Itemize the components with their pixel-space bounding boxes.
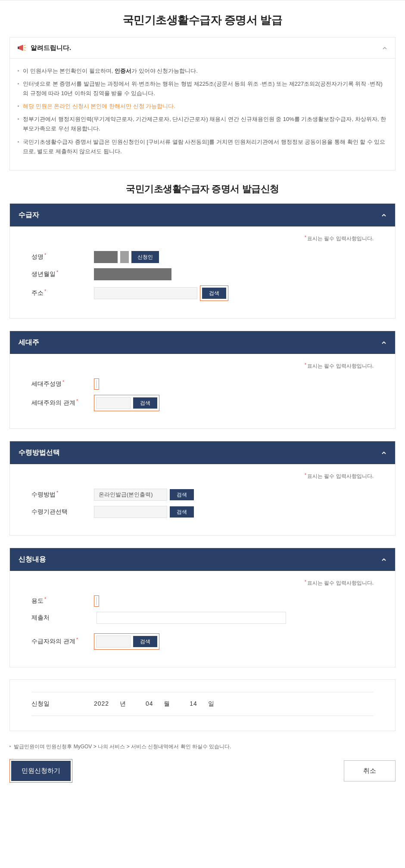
submit-button[interactable]: 민원신청하기: [11, 761, 71, 781]
recipient-relation-search-button[interactable]: 검색: [133, 636, 157, 647]
label-receive-method: 수령방법*: [31, 491, 94, 499]
section-recipient: 수급자 *표시는 필수 입력사항입니다. 성명* 신청인 생년월일* 주소*: [9, 203, 396, 319]
label-submit-to: 제출처: [31, 614, 94, 622]
chevron-up-icon: [381, 450, 386, 455]
address-input[interactable]: [94, 287, 197, 299]
section-header-receive[interactable]: 수령방법선택: [10, 441, 395, 464]
chevron-up-icon: [381, 212, 386, 217]
required-note: *표시는 필수 입력사항입니다.: [31, 580, 374, 587]
label-recipient-relation: 수급자와의 관계*: [31, 638, 94, 645]
label-birth: 생년월일*: [31, 270, 94, 278]
button-row: 민원신청하기 취소: [9, 759, 396, 783]
masked-value: [120, 251, 129, 263]
head-relation-input[interactable]: [96, 397, 131, 409]
section-title: 수급자: [19, 211, 381, 220]
masked-value: [94, 268, 171, 280]
notice-item: 이 민원사무는 본인확인이 필요하며, 인증서가 있어야 신청가능합니다.: [18, 66, 387, 76]
sub-title: 국민기초생활수급자 증명서 발급신청: [0, 179, 405, 203]
purpose-input[interactable]: [96, 597, 97, 605]
page-title: 국민기초생활수급자 증명서 발급: [0, 0, 405, 37]
chevron-up-icon: [381, 557, 386, 562]
required-note: *표시는 필수 입력사항입니다.: [31, 235, 374, 242]
notice-item: 인터넷으로 본 증명서를 발급받는 과정에서 위·변조하는 행위는 형법 제22…: [18, 79, 387, 98]
label-name: 성명*: [31, 253, 94, 261]
section-header-household[interactable]: 세대주: [10, 331, 395, 354]
chevron-up-icon: [381, 340, 386, 345]
receive-org-input[interactable]: [94, 506, 167, 518]
notice-title: 알려드립니다.: [31, 44, 382, 52]
cancel-button[interactable]: 취소: [344, 760, 396, 781]
section-household: 세대주 *표시는 필수 입력사항입니다. 세대주성명* 세대주와의 관계* 검색: [9, 331, 396, 429]
head-name-input[interactable]: [96, 380, 97, 388]
section-receive: 수령방법선택 *표시는 필수 입력사항입니다. 수령방법* 온라인발급(본인출력…: [9, 441, 396, 536]
section-title: 신청내용: [19, 555, 381, 564]
address-search-button[interactable]: 검색: [202, 288, 226, 299]
chevron-up-icon: [382, 45, 387, 50]
date-panel: 신청일 2022 년 04 월 14 일: [9, 679, 396, 731]
notice-item-highlight: 해당 민원은 온라인 신청시 본인에 한해서만 신청 가능합니다.: [18, 102, 387, 111]
required-note: *표시는 필수 입력사항입니다.: [31, 473, 374, 480]
section-apply: 신청내용 *표시는 필수 입력사항입니다. 용도* 제출처 수급자와의 관계*: [9, 548, 396, 667]
label-purpose: 용도*: [31, 597, 94, 605]
megaphone-icon: [18, 43, 27, 52]
section-header-apply[interactable]: 신청내용: [10, 548, 395, 571]
submit-to-input[interactable]: [97, 612, 286, 624]
receive-method-value: 온라인발급(본인출력): [94, 489, 167, 501]
relation-search-button[interactable]: 검색: [133, 397, 157, 409]
footer-note: 발급민원이며 민원신청후 MyGOV > 나의 서비스 > 서비스 신청내역에서…: [9, 743, 396, 750]
svg-rect-0: [18, 46, 19, 49]
notice-item: 국민기초생활수급자 증명서 발급은 민원신청인이 [구비서류 열람 사전동의]를…: [18, 137, 387, 156]
label-address: 주소*: [31, 289, 94, 297]
notice-item: 정부기관에서 행정지원인력(무기계약근로자, 기간제근로자, 단시간근로자) 채…: [18, 115, 387, 133]
notice-panel: 알려드립니다. 이 민원사무는 본인확인이 필요하며, 인증서가 있어야 신청가…: [9, 37, 396, 170]
notice-body: 이 민원사무는 본인확인이 필요하며, 인증서가 있어야 신청가능합니다. 인터…: [10, 59, 395, 170]
apply-date-value: 2022 년 04 월 14 일: [94, 700, 232, 708]
org-search-button[interactable]: 검색: [170, 506, 194, 518]
label-head-relation: 세대주와의 관계*: [31, 399, 94, 407]
label-apply-date: 신청일: [31, 700, 94, 708]
required-note: *표시는 필수 입력사항입니다.: [31, 363, 374, 370]
recipient-relation-input[interactable]: [96, 636, 131, 648]
section-title: 세대주: [19, 338, 381, 347]
notice-header[interactable]: 알려드립니다.: [10, 37, 395, 59]
label-receive-org: 수령기관선택: [31, 508, 94, 516]
section-title: 수령방법선택: [19, 448, 381, 457]
section-header-recipient[interactable]: 수급자: [10, 204, 395, 226]
masked-value: [94, 251, 118, 263]
label-head-name: 세대주성명*: [31, 380, 94, 388]
method-search-button[interactable]: 검색: [170, 489, 194, 500]
applicant-button[interactable]: 신청인: [131, 251, 159, 263]
